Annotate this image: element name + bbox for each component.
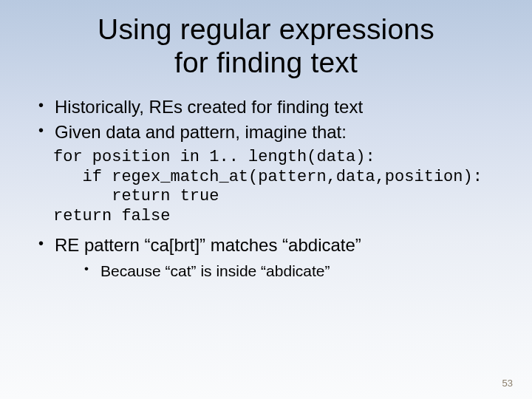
bullet-item-2: Given data and pattern, imagine that: [38, 121, 505, 143]
title-line-2: for finding text [174, 47, 358, 78]
bullet-list-2: RE pattern “ca[brt]” matches “abdicate” … [27, 234, 505, 281]
code-block: for position in 1.. length(data): if reg… [53, 148, 505, 227]
page-number: 53 [502, 378, 513, 389]
bullet-item-3-text: RE pattern “ca[brt]” matches “abdicate” [55, 235, 361, 255]
slide-title: Using regular expressions for finding te… [27, 13, 505, 80]
sub-bullet-item-1: Because “cat” is inside “abdicate” [84, 261, 505, 281]
title-line-1: Using regular expressions [98, 13, 434, 45]
bullet-list: Historically, REs created for finding te… [27, 96, 505, 143]
bullet-item-1: Historically, REs created for finding te… [38, 96, 505, 118]
slide-content: Using regular expressions for finding te… [0, 0, 532, 281]
sub-bullet-list: Because “cat” is inside “abdicate” [55, 261, 505, 281]
bullet-item-3: RE pattern “ca[brt]” matches “abdicate” … [38, 234, 505, 281]
